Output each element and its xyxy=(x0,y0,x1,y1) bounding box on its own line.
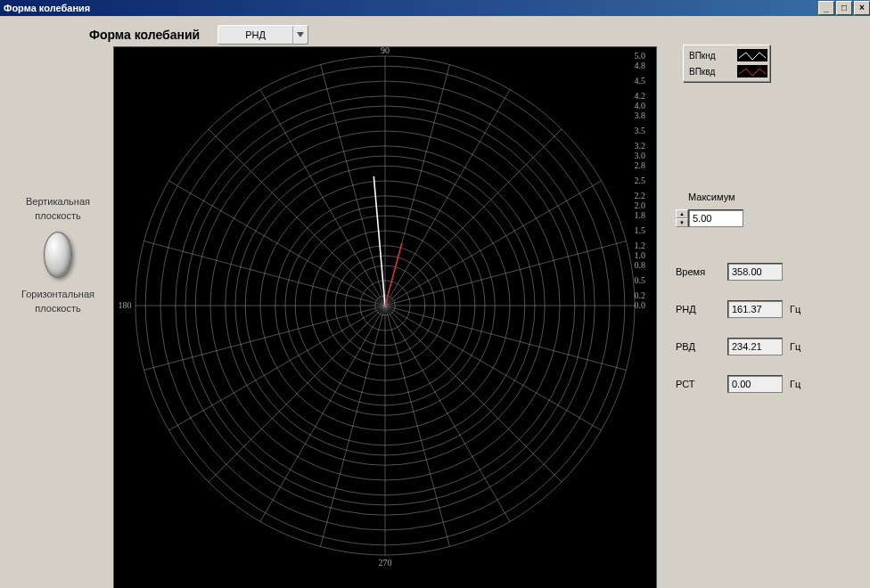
svg-line-23 xyxy=(385,241,626,306)
legend-item-label: ВПквд xyxy=(685,67,737,77)
svg-text:3.0: 3.0 xyxy=(635,151,646,160)
rnd-unit: Гц xyxy=(790,304,811,314)
svg-line-35 xyxy=(144,306,385,370)
rvd-label: РВД xyxy=(676,341,720,352)
svg-marker-0 xyxy=(297,32,304,37)
legend: ВПкнд ВПквд xyxy=(683,45,770,82)
svg-line-43 xyxy=(385,306,562,482)
minimize-button[interactable]: _ xyxy=(818,1,834,15)
legend-item-label: ВПкнд xyxy=(685,51,737,61)
legend-item: ВПквд xyxy=(685,63,767,79)
max-label: Максимум xyxy=(676,192,735,202)
svg-text:90: 90 xyxy=(381,47,390,55)
svg-text:4.8: 4.8 xyxy=(635,61,646,70)
svg-line-25 xyxy=(385,129,562,306)
svg-line-29 xyxy=(321,65,385,306)
plane-toggle-knob[interactable] xyxy=(44,232,72,278)
legend-swatch-2 xyxy=(737,65,767,78)
time-value: 358.00 xyxy=(727,263,783,281)
legend-swatch-1 xyxy=(737,49,767,61)
svg-text:4.5: 4.5 xyxy=(635,76,646,86)
svg-text:270: 270 xyxy=(379,558,392,568)
svg-text:180: 180 xyxy=(119,300,132,310)
polar-plot: 902701800.00.20.50.81.01.21.51.82.02.22.… xyxy=(113,46,657,588)
page-title: Форма колебаний xyxy=(89,28,200,42)
svg-line-37 xyxy=(209,306,385,482)
rst-value: 0.00 xyxy=(727,375,783,393)
svg-line-71 xyxy=(385,243,402,306)
svg-text:4.2: 4.2 xyxy=(635,91,646,101)
rvd-unit: Гц xyxy=(790,341,811,352)
mode-selector-value: РНД xyxy=(218,29,292,40)
svg-line-41 xyxy=(385,306,449,546)
rnd-label: РНД xyxy=(676,304,720,314)
rst-label: РСТ xyxy=(676,379,720,389)
svg-text:1.2: 1.2 xyxy=(635,241,646,250)
window-titlebar: Форма колебания _ □ × xyxy=(0,0,870,16)
rnd-value: 161.37 xyxy=(727,300,783,318)
rvd-value: 234.21 xyxy=(727,338,783,355)
vertical-plane-label-1: Вертикальная xyxy=(9,196,107,207)
svg-text:5.0: 5.0 xyxy=(635,51,646,61)
vertical-plane-label-2: плоскость xyxy=(9,210,107,221)
svg-line-45 xyxy=(385,306,626,370)
max-spin-up[interactable]: ▲ xyxy=(676,209,688,218)
mode-selector[interactable]: РНД xyxy=(218,25,308,45)
svg-text:2.2: 2.2 xyxy=(635,191,646,200)
legend-item: ВПкнд xyxy=(685,47,767,63)
svg-text:0.2: 0.2 xyxy=(635,290,646,300)
svg-line-33 xyxy=(144,241,385,306)
svg-line-39 xyxy=(321,306,385,546)
max-spin-down[interactable]: ▼ xyxy=(676,218,688,227)
svg-text:0.8: 0.8 xyxy=(635,260,646,270)
close-button[interactable]: × xyxy=(854,1,870,15)
window-title: Форма колебания xyxy=(4,0,90,16)
svg-text:1.5: 1.5 xyxy=(635,225,646,235)
svg-text:3.8: 3.8 xyxy=(635,110,646,120)
svg-text:2.0: 2.0 xyxy=(635,200,646,210)
svg-line-31 xyxy=(209,129,385,306)
svg-text:1.0: 1.0 xyxy=(635,250,646,260)
horizontal-plane-label-1: Горизонтальная xyxy=(9,289,107,299)
maximize-button[interactable]: □ xyxy=(836,1,852,15)
time-label: Время xyxy=(676,266,720,277)
max-input[interactable]: 5.00 xyxy=(688,209,743,227)
chevron-down-icon xyxy=(292,26,308,44)
svg-text:4.0: 4.0 xyxy=(635,101,646,110)
rst-unit: Гц xyxy=(790,379,811,389)
horizontal-plane-label-2: плоскость xyxy=(9,303,107,314)
svg-text:0.0: 0.0 xyxy=(635,300,646,310)
svg-text:3.2: 3.2 xyxy=(635,141,646,151)
svg-text:1.8: 1.8 xyxy=(635,210,646,220)
svg-text:2.5: 2.5 xyxy=(635,176,646,185)
svg-text:3.5: 3.5 xyxy=(635,126,646,135)
svg-text:0.5: 0.5 xyxy=(635,275,646,285)
svg-text:2.8: 2.8 xyxy=(635,160,646,170)
